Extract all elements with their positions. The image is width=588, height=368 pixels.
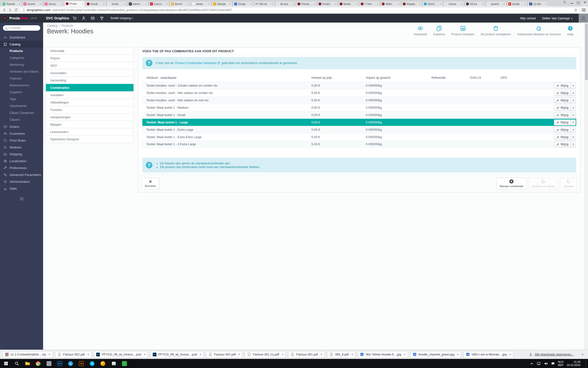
show-all-downloads-link[interactable]: Alle downloads weergeven...	[529, 353, 574, 356]
download-item[interactable]: VBD-i-am-a-Woman....jpg▼	[464, 351, 513, 358]
download-item[interactable]: Factuur-351 (1).pdf▼	[245, 351, 286, 358]
sidebar-item-dashboard[interactable]: Dashboard	[0, 34, 43, 41]
tab-associaties[interactable]: Associaties	[46, 69, 134, 77]
table-row[interactable]: Textiel: Maat textiel 1 - Small0,00 €0.0…	[142, 111, 576, 118]
download-item[interactable]: PsPFYCD_06_wi_Innens....psd▼	[94, 351, 148, 358]
download-item-caret[interactable]: ▼	[281, 352, 284, 357]
forward-icon[interactable]	[8, 8, 12, 12]
browser-tab-regels[interactable]: Regels×	[401, 1, 422, 6]
download-item[interactable]: v1.1.0-totswitchattrib....zip▼	[2, 351, 53, 358]
browser-tab-studio[interactable]: ▶Studio×	[507, 1, 527, 6]
sidebar-item-attachments[interactable]: Attachments	[0, 103, 43, 109]
edit-button[interactable]: Wijzig▼	[554, 119, 576, 125]
edit-button[interactable]: Wijzig▼	[554, 134, 576, 140]
browser-tab-standa[interactable]: Standa×	[212, 1, 233, 6]
download-item-caret[interactable]: ▼	[350, 352, 354, 357]
tab-close-icon[interactable]: ×	[103, 2, 105, 5]
browser-profile-icon[interactable]	[563, 0, 566, 4]
illustrator-taskbar-icon[interactable]: Ai	[76, 359, 87, 368]
back-icon[interactable]	[2, 8, 6, 12]
download-item-caret[interactable]: ▼	[320, 352, 323, 357]
sidebar-item-features[interactable]: Features	[0, 75, 43, 82]
skype-taskbar-icon[interactable]: S	[87, 359, 98, 368]
tab-bijlagen[interactable]: Bijlagen	[46, 121, 134, 128]
sidebar-item-orders[interactable]: Orders	[0, 123, 43, 130]
close-button[interactable]	[583, 1, 587, 4]
toolbar-button-kopi-ren[interactable]: Kopiëren	[433, 25, 445, 36]
sidebar-item-customers[interactable]: Customers	[0, 130, 43, 137]
tab-combinaties[interactable]: Combinaties	[46, 84, 134, 92]
search-input[interactable]	[10, 26, 35, 30]
sidebar-item-localization[interactable]: Localization	[0, 158, 43, 164]
edit-dropdown-caret[interactable]: ▼	[571, 83, 576, 88]
edit-button[interactable]: Wijzig▼	[554, 105, 576, 111]
sidebar-item-administration[interactable]: Administration	[0, 178, 43, 185]
tab-close-icon[interactable]: ×	[419, 2, 421, 5]
tab-close-icon[interactable]: ×	[335, 2, 336, 5]
chrome-taskbar-icon[interactable]	[33, 359, 44, 368]
browser-tab-witte[interactable]: Witte×	[380, 1, 401, 6]
sidebar-item-cliparts[interactable]: Cliparts	[0, 116, 43, 123]
browser-tab-bonof[interactable]: BBonof×	[170, 1, 190, 6]
cancel-button[interactable]: Annuleer	[142, 178, 159, 189]
download-item-caret[interactable]: ▼	[143, 352, 146, 357]
edit-button-main[interactable]: Wijzig	[554, 83, 571, 88]
table-row[interactable]: Textiel: Maat textiel 1 - Extra Extra La…	[142, 133, 576, 141]
edit-dropdown-caret[interactable]: ▼	[571, 120, 576, 125]
toolbar-button-dit-product-verwijderen[interactable]: Dit product verwijderen	[481, 25, 511, 36]
show-desktop-button[interactable]	[586, 359, 587, 368]
tab-close-icon[interactable]: ×	[145, 2, 147, 5]
tab-close-icon[interactable]: ×	[503, 2, 505, 5]
tab-close-icon[interactable]: ×	[546, 2, 547, 5]
file-explorer-taskbar-icon[interactable]	[22, 359, 33, 368]
sidebar-item-advanced-parameters[interactable]: Advanced Parameters	[0, 171, 43, 178]
edit-button-main[interactable]: Wijzig	[554, 127, 571, 132]
breadcrumb-catalog[interactable]: Catalog	[47, 24, 57, 27]
edit-button[interactable]: Wijzig▼	[554, 90, 576, 96]
tab-close-icon[interactable]: ×	[166, 2, 168, 5]
tab-close-icon[interactable]: ×	[82, 2, 84, 5]
download-item-caret[interactable]: ▼	[86, 352, 90, 357]
edit-dropdown-caret[interactable]: ▼	[571, 98, 576, 103]
browser-tab-aluva[interactable]: GALuva×	[275, 1, 296, 6]
browser-tab-i3d-ne[interactable]: i3Di3D.ne×	[254, 1, 275, 6]
browser-tab-postin[interactable]: Postin×	[317, 1, 338, 6]
tab-close-icon[interactable]: ×	[272, 2, 273, 5]
browser-tab-produ[interactable]: Produ×	[64, 1, 85, 6]
save-and-stay-button[interactable]: Opslaan en blijven	[529, 178, 558, 189]
table-row[interactable]: Textiel: Maat textiel 1 - Medium0,00 €0.…	[142, 104, 576, 111]
browser-tab-googl[interactable]: Googl×	[233, 1, 254, 6]
edit-button[interactable]: Wijzig▼	[554, 97, 576, 103]
tab-close-icon[interactable]: ×	[124, 2, 126, 5]
toolbar-button-aanbevolen-modules-en-services[interactable]: Aanbevolen Modules en Services	[517, 25, 561, 36]
sidebar-item-price-rules[interactable]: Price Rules	[0, 137, 43, 144]
tab-close-icon[interactable]: ×	[251, 2, 252, 5]
user-avatar[interactable]	[579, 14, 588, 23]
browser-tab-har[interactable]: ** Har×	[359, 1, 380, 6]
app-gray-taskbar-icon[interactable]	[44, 359, 54, 368]
download-item[interactable]: Factuur-351.pdf▼	[288, 351, 324, 358]
firefox-taskbar-icon[interactable]	[98, 359, 108, 368]
download-item-caret[interactable]: ▼	[403, 352, 406, 357]
save-button[interactable]: Opslaan	[560, 178, 577, 189]
browser-tab-servic[interactable]: SServic×	[43, 1, 64, 6]
edit-button-main[interactable]: Wijzig	[554, 142, 571, 147]
user-menu[interactable]: Didier Van Canneyt ▾	[542, 16, 572, 20]
edit-dropdown-caret[interactable]: ▼	[571, 127, 576, 132]
sidebar-item-categories[interactable]: Categories	[0, 54, 43, 61]
browser-tab-hoodi[interactable]: Hoodi×	[85, 1, 106, 6]
table-row[interactable]: Textiel: Maat textiel 1 - Extra Large0,0…	[142, 126, 576, 133]
sidebar-item-stats[interactable]: Stats	[0, 185, 43, 192]
download-item[interactable]: Factuur-347.pdf▼	[206, 351, 242, 358]
maximize-button[interactable]	[577, 1, 579, 4]
browser-tab-direct[interactable]: Direct×	[422, 1, 443, 6]
tab-close-icon[interactable]: ×	[19, 2, 20, 5]
tab-afbeeldingen[interactable]: Afbeeldingen	[46, 99, 134, 106]
browser-tab-livele[interactable]: LLLiveLe×	[148, 1, 169, 6]
download-item[interactable]: Factuur-352.pdf▼	[55, 351, 91, 358]
browser-tab-eduta[interactable]: eduta×	[191, 1, 211, 6]
new-combination-button[interactable]: Nieuwe combinatie	[496, 178, 527, 189]
tab-aantallen[interactable]: Aantallen	[46, 91, 134, 99]
tab-leveranciers[interactable]: Leveranciers	[46, 128, 134, 136]
sidebar-item-manufacturers[interactable]: Manufacturers	[0, 82, 43, 89]
